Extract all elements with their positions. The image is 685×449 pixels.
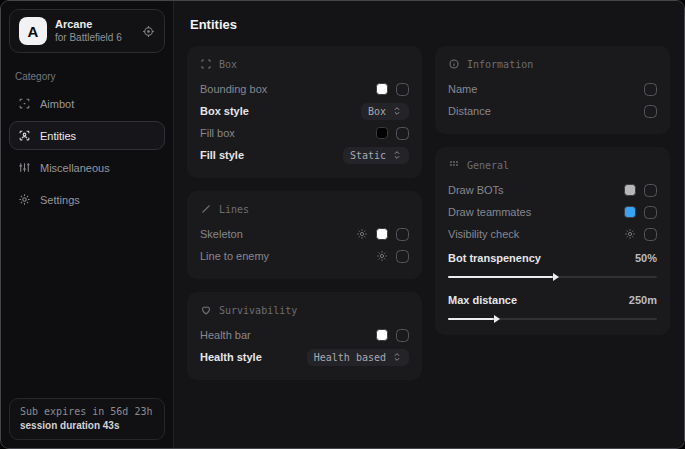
session-duration-text: session duration 43s	[20, 420, 154, 431]
setting-label: Health style	[200, 351, 262, 363]
logo-card: A Arcane for Battlefield 6	[9, 9, 165, 53]
setting-row-draw-bots: Draw BOTs	[448, 179, 657, 201]
setting-row-visibility-check: Visibility check	[448, 223, 657, 245]
distance-checkbox[interactable]	[644, 105, 657, 118]
setting-label: Visibility check	[448, 228, 519, 240]
setting-label: Name	[448, 83, 477, 95]
setting-row-name: Name	[448, 78, 657, 100]
general-card: General Draw BOTs Draw teammates	[435, 147, 670, 335]
health-bar-checkbox[interactable]	[396, 329, 409, 342]
setting-label: Fill style	[200, 149, 244, 161]
sidebar-item-settings[interactable]: Settings	[9, 185, 165, 214]
bot-transparency-group: Bot transpenency 50%	[448, 247, 657, 281]
health-style-dropdown[interactable]: Health based	[307, 349, 409, 366]
chevrons-up-down-icon	[392, 150, 402, 160]
section-header: Lines	[219, 204, 249, 215]
category-label: Category	[15, 71, 159, 82]
lines-card: Lines Skeleton	[187, 191, 422, 279]
chevrons-up-down-icon	[392, 106, 402, 116]
line-to-enemy-config-gear-icon[interactable]	[376, 250, 388, 262]
setting-row-distance: Distance	[448, 100, 657, 122]
sub-expiry-text: Sub expires in 56d 23h	[20, 406, 154, 417]
setting-label: Distance	[448, 105, 491, 117]
slider-value: 250m	[629, 294, 657, 306]
dropdown-value: Static	[350, 150, 386, 161]
sidebar-nav: Aimbot Entities Miscel	[1, 86, 173, 214]
entities-scan-icon	[18, 129, 31, 142]
setting-label: Health bar	[200, 329, 251, 341]
slider-thumb[interactable]	[553, 273, 559, 281]
draw-bots-checkbox[interactable]	[644, 184, 657, 197]
setting-row-health-bar: Health bar	[200, 324, 409, 346]
dropdown-value: Box	[368, 106, 386, 117]
setting-row-fill-box: Fill box	[200, 122, 409, 144]
setting-row-skeleton: Skeleton	[200, 223, 409, 245]
box-style-dropdown[interactable]: Box	[361, 103, 409, 120]
app-subtitle: for Battlefield 6	[55, 32, 122, 45]
bounding-box-checkbox[interactable]	[396, 83, 409, 96]
setting-row-box-style: Box style Box	[200, 100, 409, 122]
setting-label: Draw BOTs	[448, 184, 504, 196]
draw-teammates-checkbox[interactable]	[644, 206, 657, 219]
setting-label: Line to enemy	[200, 250, 269, 262]
page-title: Entities	[190, 17, 670, 32]
setting-label: Bounding box	[200, 83, 267, 95]
app-window: A Arcane for Battlefield 6 Category	[0, 0, 685, 449]
setting-label: Skeleton	[200, 228, 243, 240]
heart-icon	[200, 304, 212, 316]
target-icon[interactable]	[142, 25, 155, 38]
sidebar-item-label: Settings	[40, 194, 80, 206]
dropdown-value: Health based	[314, 352, 386, 363]
fill-box-checkbox[interactable]	[396, 127, 409, 140]
max-distance-group: Max distance 250m	[448, 289, 657, 323]
color-swatch[interactable]	[376, 83, 388, 95]
setting-row-line-to-enemy: Line to enemy	[200, 245, 409, 267]
grid-icon	[448, 159, 460, 171]
section-header: Box	[219, 59, 237, 70]
color-swatch[interactable]	[376, 228, 388, 240]
bot-transparency-slider[interactable]	[448, 272, 657, 281]
sidebar-item-label: Aimbot	[40, 98, 74, 110]
sidebar-item-aimbot[interactable]: Aimbot	[9, 89, 165, 118]
setting-row-bounding-box: Bounding box	[200, 78, 409, 100]
sidebar-item-label: Entities	[40, 130, 76, 142]
section-header: Information	[467, 59, 533, 70]
setting-row-health-style: Health style Health based	[200, 346, 409, 368]
sliders-icon	[18, 161, 31, 174]
setting-label: Fill box	[200, 127, 235, 139]
sidebar-item-miscellaneous[interactable]: Miscellaneous	[9, 153, 165, 182]
visibility-config-gear-icon[interactable]	[624, 228, 636, 240]
survivability-card: Survivability Health bar Health style He…	[187, 292, 422, 380]
slider-thumb[interactable]	[494, 315, 500, 323]
sidebar-item-label: Miscellaneous	[40, 162, 110, 174]
sidebar: A Arcane for Battlefield 6 Category	[1, 1, 174, 448]
subscription-card: Sub expires in 56d 23h session duration …	[9, 398, 165, 440]
setting-row-draw-teammates: Draw teammates	[448, 201, 657, 223]
sidebar-item-entities[interactable]: Entities	[9, 121, 165, 150]
color-swatch[interactable]	[624, 206, 636, 218]
fill-style-dropdown[interactable]: Static	[343, 147, 409, 164]
line-to-enemy-checkbox[interactable]	[396, 250, 409, 263]
color-swatch[interactable]	[376, 127, 388, 139]
info-icon	[448, 58, 460, 70]
box-brackets-icon	[200, 58, 212, 70]
max-distance-slider[interactable]	[448, 314, 657, 323]
skeleton-checkbox[interactable]	[396, 228, 409, 241]
color-swatch[interactable]	[376, 329, 388, 341]
setting-label: Bot transpenency	[448, 252, 541, 264]
chevrons-up-down-icon	[392, 352, 402, 362]
box-card: Box Bounding box Box style Box	[187, 46, 422, 178]
visibility-check-checkbox[interactable]	[644, 228, 657, 241]
section-header: Survivability	[219, 305, 297, 316]
main-content: Entities Box Bounding box	[174, 1, 684, 448]
section-header: General	[467, 160, 509, 171]
setting-label: Draw teammates	[448, 206, 531, 218]
color-swatch[interactable]	[624, 184, 636, 196]
name-checkbox[interactable]	[644, 83, 657, 96]
line-icon	[200, 203, 212, 215]
setting-label: Max distance	[448, 294, 517, 306]
skeleton-config-gear-icon[interactable]	[356, 228, 368, 240]
app-name: Arcane	[55, 18, 122, 32]
crosshair-icon	[18, 97, 31, 110]
slider-value: 50%	[635, 252, 657, 264]
